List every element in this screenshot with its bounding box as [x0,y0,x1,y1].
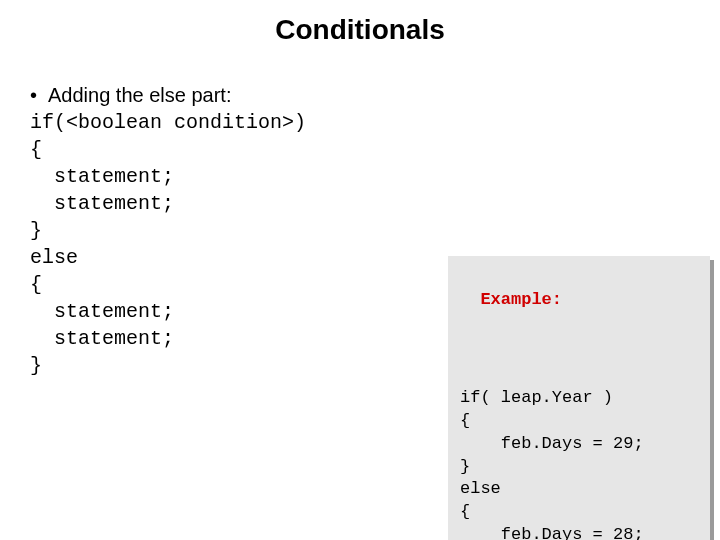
example-label: Example: [480,290,562,309]
bullet-marker: • [30,82,48,109]
example-code: if( leap.Year ) { feb.Days = 29; } else … [460,387,700,540]
slide-title: Conditionals [0,14,720,46]
bullet-item: • Adding the else part: [30,82,690,109]
example-box: Example: if( leap.Year ) { feb.Days = 29… [448,256,710,540]
bullet-text: Adding the else part: [48,82,231,109]
